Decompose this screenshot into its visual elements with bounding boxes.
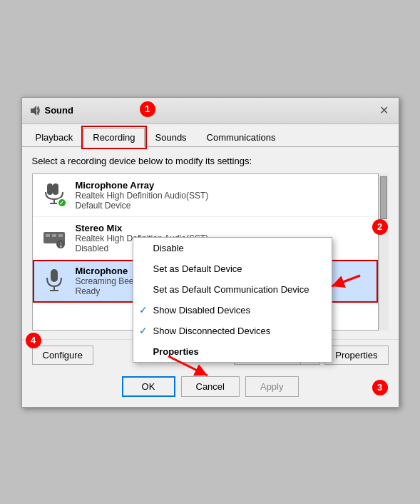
context-menu-show-disabled[interactable]: ✓ Show Disabled Devices xyxy=(133,300,332,321)
arrow-4 xyxy=(161,353,218,381)
microphone-array-status: Default Device xyxy=(76,201,371,211)
sound-dialog: 1 2 3 4 Sound ✕ Playback Recording Sound… xyxy=(21,97,399,408)
svg-rect-2 xyxy=(47,183,53,195)
context-menu-set-default[interactable]: Set as Default Device xyxy=(133,258,332,279)
context-menu: Disable Set as Default Device Set as Def… xyxy=(133,237,332,363)
device-item-microphone-array[interactable]: Microphone Array Realtek High Definition… xyxy=(33,174,378,217)
scroll-handle[interactable] xyxy=(380,176,387,219)
stereo-mix-name: Stereo Mix xyxy=(76,223,371,233)
annotation-2: 2 xyxy=(372,219,388,235)
main-content: Select a recording device below to modif… xyxy=(22,147,399,339)
instruction-text: Select a recording device below to modif… xyxy=(32,156,389,166)
tab-bar: Playback Recording Sounds Communications xyxy=(22,124,399,147)
annotation-4: 4 xyxy=(26,333,41,348)
microphone-array-info: Microphone Array Realtek High Definition… xyxy=(76,180,371,211)
title-bar: Sound ✕ xyxy=(22,98,399,124)
check-disconnected-icon: ✓ xyxy=(139,325,148,336)
svg-text:↓: ↓ xyxy=(58,238,63,249)
svg-rect-7 xyxy=(46,234,50,237)
annotation-1: 1 xyxy=(140,101,155,117)
svg-rect-3 xyxy=(53,183,58,195)
context-menu-show-disconnected[interactable]: ✓ Show Disconnected Devices xyxy=(133,321,332,341)
microphone-icon xyxy=(40,266,68,295)
tab-communications[interactable]: Communications xyxy=(198,128,285,147)
scrollbar[interactable] xyxy=(379,173,389,331)
properties-button[interactable]: Properties xyxy=(324,346,388,365)
stereo-mix-icon: ↓ xyxy=(40,223,68,252)
apply-button[interactable]: Apply xyxy=(245,376,299,397)
configure-button[interactable]: Configure xyxy=(32,346,93,365)
svg-rect-8 xyxy=(52,234,56,237)
window-title: Sound xyxy=(45,105,377,116)
annotation-3: 3 xyxy=(372,380,388,395)
close-button[interactable]: ✕ xyxy=(377,104,391,118)
arrow-2 xyxy=(324,272,367,301)
context-menu-set-default-comm[interactable]: Set as Default Communication Device xyxy=(133,279,332,300)
svg-rect-9 xyxy=(58,234,63,237)
tab-recording[interactable]: Recording xyxy=(83,128,144,147)
context-menu-disable[interactable]: Disable xyxy=(133,238,332,258)
check-disabled-icon: ✓ xyxy=(139,304,148,316)
microphone-array-icon xyxy=(40,181,68,209)
ok-cancel-bar: OK Cancel Apply xyxy=(22,371,399,407)
svg-marker-1 xyxy=(34,106,36,116)
tab-sounds[interactable]: Sounds xyxy=(146,128,196,147)
svg-rect-0 xyxy=(31,109,34,113)
microphone-array-driver: Realtek High Definition Audio(SST) xyxy=(76,191,371,201)
default-status-dot xyxy=(57,198,67,208)
tab-playback[interactable]: Playback xyxy=(26,128,83,147)
svg-rect-12 xyxy=(51,269,58,282)
sound-icon xyxy=(29,105,41,116)
microphone-array-name: Microphone Array xyxy=(76,180,371,191)
